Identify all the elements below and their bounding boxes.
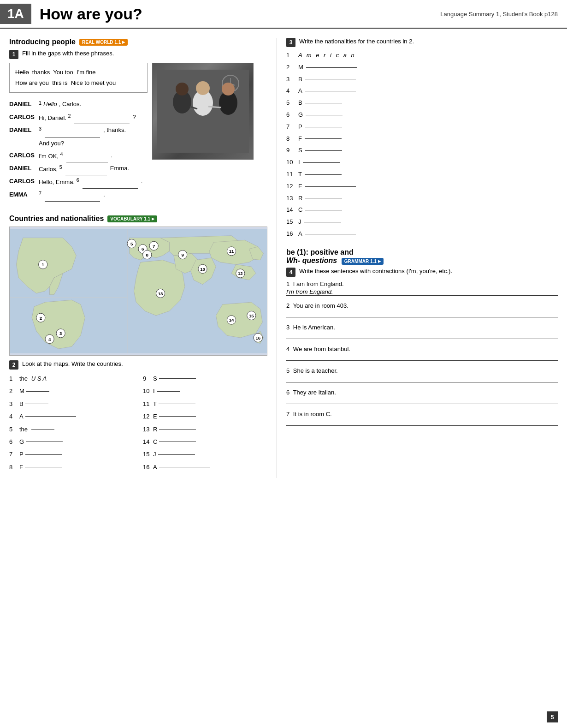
nat-row-6: 6 G [286,110,558,120]
phrase-imfine: I'm fine [77,69,96,76]
blank-4[interactable] [25,416,76,417]
blank-15[interactable] [158,454,195,455]
blank-16[interactable] [159,467,210,467]
blank-3[interactable] [25,404,48,404]
dialogue-6-text: Hello, Emma. 6 [39,175,79,188]
right-column: 3 Write the nationalities for the countr… [277,38,558,478]
blank-10[interactable] [157,391,180,392]
language-summary-ref: Language Summary 1, Student's Book p128 [440,11,558,18]
blank-9[interactable] [159,378,196,379]
dialogue-2-text: Hi, Daniel. 2 [39,111,71,124]
nat-blank-2[interactable] [306,67,357,68]
exercise4-num: 4 [286,268,295,277]
sentence-row-3: 3 He is American. [286,324,558,339]
nat-blank-10[interactable] [303,162,340,163]
sentence-6-text: They are Italian. [293,389,336,396]
svg-text:2: 2 [40,316,42,321]
country-item-5: 5 the [9,424,134,435]
exercise3-instruction: 3 Write the nationalities for the countr… [286,38,558,47]
country-item-12: 12 E [143,411,267,422]
dialogue-1-num: 1 [39,98,41,111]
dialogue-2-blank[interactable] [74,111,130,124]
intro-left: Hello thanks You too I'm fine How are yo… [9,63,148,206]
nat-row-3: 3 B [286,75,558,84]
nationalities-list: 1 A m e r i c a n 2 M 3 B 4 A [286,51,558,239]
exercise2-num: 2 [9,360,18,370]
nat-row-15: 15 J [286,217,558,227]
country-item-13: 13 R [143,424,267,435]
blank-2[interactable] [26,391,49,392]
dialogue-3-num: 3 [39,124,41,137]
nat-blank-8[interactable] [305,138,342,139]
sentence-2-text: You are in room 403. [293,302,348,309]
dialogue-7-num: 7 [39,189,41,202]
dialogue-1-rest: , Carlos. [59,98,81,111]
left-column: Introducing people REAL WORLD 1.1 1 Fill… [9,38,277,478]
sentence-5-text: She is a teacher. [293,367,338,374]
dialogue-4-blank[interactable] [66,149,108,162]
dialogue-6-blank[interactable] [83,175,138,188]
nat-blank-4[interactable] [305,91,356,91]
nat-row-10: 10 I [286,158,558,167]
nat-blank-3[interactable] [305,79,356,79]
dialogue-row-3: DANIEL 3 , thanks. [9,124,148,137]
dialogue-row-1: DANIEL 1 Hello , Carlos. [9,98,148,111]
dialogue-5-blank[interactable] [65,162,107,175]
nat-blank-14[interactable] [305,210,342,210]
dialogue: DANIEL 1 Hello , Carlos. CARLOS Hi, Dani… [9,98,148,202]
blank-14[interactable] [159,442,196,442]
nat-blank-7[interactable] [305,127,342,127]
answer-line-7[interactable] [286,418,558,426]
blank-5[interactable] [31,429,54,430]
nat-blank-16[interactable] [305,234,356,234]
nat-blank-11[interactable] [305,174,342,175]
nat-row-11: 11 T [286,170,558,179]
answer-line-3[interactable] [286,332,558,339]
exercise1-text: Fill in the gaps with these phrases. [22,50,114,57]
section2-heading: Countries and nationalities VOCABULARY 1… [9,215,267,223]
grammar-badge: GRAMMAR 1.1 [342,258,384,265]
dialogue-1-answer: Hello [43,98,57,111]
exercise2-instruction: 2 Look at the maps. Write the countries. [9,360,267,370]
country-item-8: 8 F [9,462,134,472]
phrase-thanks: thanks [32,69,50,76]
nat-row-14: 14 C [286,205,558,215]
answer-line-2[interactable] [286,310,558,317]
dialogue-7-blank[interactable] [45,189,100,202]
phrase-howareyou: How are you [15,79,49,86]
speaker-carlos-2: CARLOS [9,149,37,162]
nat-blank-9[interactable] [305,150,342,151]
answer-line-6[interactable] [286,397,558,404]
blank-13[interactable] [159,429,196,430]
exercise3-text: Write the nationalities for the countrie… [299,38,414,45]
answer-line-5[interactable] [286,375,558,382]
blank-8[interactable] [25,467,62,467]
intro-photo [152,63,254,160]
svg-text:1: 1 [41,262,44,267]
dialogue-6-end: . [141,175,143,188]
country-item-9: 9 S [143,373,267,384]
country-item-7: 7 P [9,449,134,459]
exercise1-num: 1 [9,50,18,59]
nat-blank-13[interactable] [305,198,342,198]
country-item-14: 14 C [143,436,267,447]
svg-text:4: 4 [48,337,51,342]
svg-text:10: 10 [200,267,205,272]
blank-7[interactable] [25,454,62,455]
nat-blank-15[interactable] [304,222,341,222]
nat-blank-6[interactable] [306,115,343,115]
nat-blank-5[interactable] [305,103,342,103]
blank-6[interactable] [26,442,63,442]
vocabulary-badge: VOCABULARY 1.1 [107,215,157,222]
speaker-emma: EMMA [9,189,37,202]
country-item-3: 3 B [9,399,134,409]
sentence-row-6: 6 They are Italian. [286,389,558,404]
dialogue-3-blank[interactable] [45,124,100,137]
blank-11[interactable] [159,404,195,404]
answer-line-4[interactable] [286,353,558,361]
nat-row-1: 1 A m e r i c a n [286,51,558,60]
sentence-row-2: 2 You are in room 403. [286,302,558,317]
nat-blank-12[interactable] [305,186,356,187]
nat-row-12: 12 E [286,182,558,191]
blank-12[interactable] [159,416,196,417]
